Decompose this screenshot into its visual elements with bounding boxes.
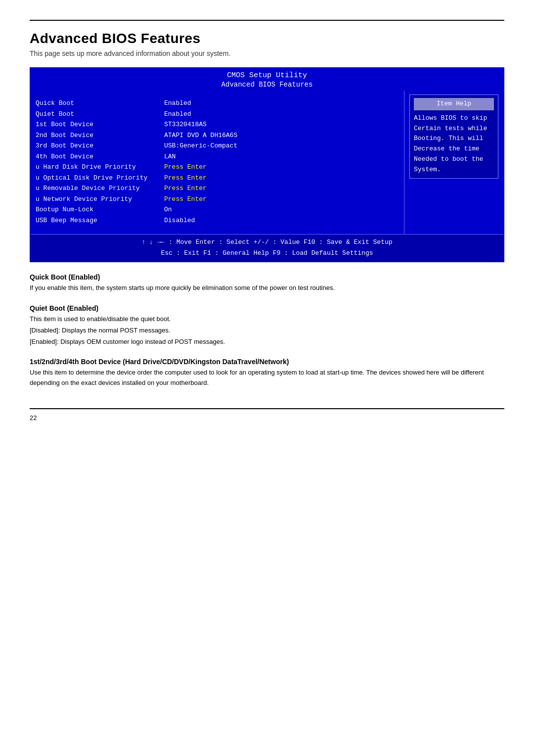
page-subtitle: This page sets up more advanced informat…: [30, 49, 504, 57]
bios-row: 1st Boot DeviceST3320418AS: [36, 120, 399, 130]
bottom-rule: [30, 408, 504, 409]
bios-rows: Quick BootEnabledQuiet BootEnabled1st Bo…: [36, 98, 399, 225]
footer-line: ↑ ↓ →← : Move Enter : Select +/-/ : Valu…: [31, 237, 503, 248]
bios-title1: CMOS Setup Utility: [31, 71, 503, 80]
bios-row-value: ATAPI DVD A DH16A6S: [164, 131, 237, 141]
bios-row-label: u Network Device Priority: [36, 194, 164, 204]
bios-header: CMOS Setup Utility Advanced BIOS Feature…: [31, 68, 503, 91]
bios-row-label: u Removable Device Priority: [36, 184, 164, 193]
page-number: 22: [30, 414, 504, 422]
bios-row: u Network Device PriorityPress Enter: [36, 194, 399, 204]
section-text: If you enable this item, the system star…: [30, 283, 504, 293]
bios-row: 2nd Boot DeviceATAPI DVD A DH16A6S: [36, 131, 399, 141]
bios-help-panel: Item Help Allows BIOS to skip Certain te…: [404, 91, 503, 234]
bios-row-label: u Hard Disk Drive Priority: [36, 162, 164, 172]
bios-row-label: u Optical Disk Drive Priority: [36, 173, 164, 183]
bios-row: 4th Boot DeviceLAN: [36, 152, 399, 162]
bios-row-value: Press Enter: [164, 162, 207, 172]
bios-row: Quick BootEnabled: [36, 98, 399, 108]
doc-sections: Quick Boot (Enabled)If you enable this i…: [30, 273, 504, 388]
bios-row-value: Enabled: [164, 98, 191, 108]
bios-row-label: USB Beep Message: [36, 216, 164, 226]
section-heading: Quick Boot (Enabled): [30, 273, 504, 281]
bios-row-label: 2nd Boot Device: [36, 131, 164, 141]
bios-row-label: 4th Boot Device: [36, 152, 164, 162]
bios-row: 3rd Boot DeviceUSB:Generic-Compact: [36, 141, 399, 151]
help-text: Allows BIOS to skip Certain tests while …: [414, 113, 494, 175]
bios-row-value: Press Enter: [164, 173, 207, 183]
bios-content: Quick BootEnabledQuiet BootEnabled1st Bo…: [31, 91, 503, 234]
bios-row: Bootup Num-LockOn: [36, 205, 399, 215]
bios-row-value: USB:Generic-Compact: [164, 141, 237, 151]
bios-row: USB Beep MessageDisabled: [36, 216, 399, 226]
section-text: [Disabled]: Displays the normal POST mes…: [30, 326, 504, 336]
bios-screen: CMOS Setup Utility Advanced BIOS Feature…: [30, 67, 504, 262]
section-heading: Quiet Boot (Enabled): [30, 304, 504, 312]
bios-row-value: ST3320418AS: [164, 120, 207, 130]
bios-row-label: Bootup Num-Lock: [36, 205, 164, 215]
help-title: Item Help: [414, 98, 494, 110]
bios-footer: ↑ ↓ →← : Move Enter : Select +/-/ : Valu…: [31, 234, 503, 261]
bios-main-panel: Quick BootEnabledQuiet BootEnabled1st Bo…: [31, 91, 404, 234]
bios-row: u Optical Disk Drive PriorityPress Enter: [36, 173, 399, 183]
help-box: Item Help Allows BIOS to skip Certain te…: [409, 94, 498, 179]
bios-row-value: Enabled: [164, 109, 191, 119]
bios-title2: Advanced BIOS Features: [31, 81, 503, 89]
top-rule: [30, 20, 504, 21]
section-text: [Enabled]: Displays OEM customer logo in…: [30, 337, 504, 347]
bios-row-value: Disabled: [164, 216, 195, 226]
page-title: Advanced BIOS Features: [30, 31, 504, 47]
bios-row-label: 3rd Boot Device: [36, 141, 164, 151]
bios-row-value: On: [164, 205, 172, 215]
bios-row-label: Quick Boot: [36, 98, 164, 108]
section-text: This item is used to enable/disable the …: [30, 314, 504, 325]
bios-row-value: LAN: [164, 152, 176, 162]
bios-row-label: Quiet Boot: [36, 109, 164, 119]
bios-row-value: Press Enter: [164, 184, 207, 193]
bios-row: Quiet BootEnabled: [36, 109, 399, 119]
bios-row: u Removable Device PriorityPress Enter: [36, 184, 399, 193]
bios-row-label: 1st Boot Device: [36, 120, 164, 130]
section-heading: 1st/2nd/3rd/4th Boot Device (Hard Drive/…: [30, 358, 504, 366]
footer-line: Esc : Exit F1 : General Help F9 : Load D…: [31, 248, 503, 259]
bios-row: u Hard Disk Drive PriorityPress Enter: [36, 162, 399, 172]
bios-row-value: Press Enter: [164, 194, 207, 204]
section-text: Use this item to determine the device or…: [30, 368, 504, 388]
